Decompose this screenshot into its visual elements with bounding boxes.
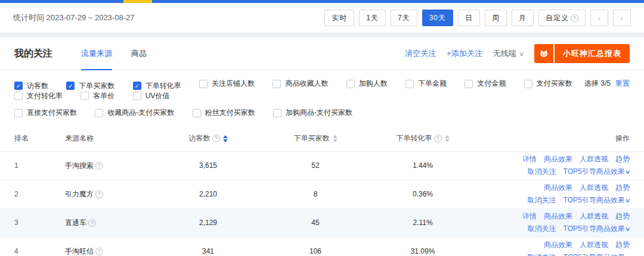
audience-insight-link[interactable]: 人群透视 <box>580 212 608 220</box>
reset-link[interactable]: 重置 <box>615 79 630 88</box>
unfollow-link[interactable]: 取消关注 <box>528 253 556 256</box>
metric-checkbox-pay-buyers[interactable]: 支付买家数 <box>524 79 572 89</box>
checkbox-icon <box>193 109 201 117</box>
audience-insight-link[interactable]: 人群透视 <box>580 241 608 249</box>
period-custom-button[interactable]: 自定义? <box>538 10 586 26</box>
period-custom-label: 自定义 <box>546 13 569 23</box>
chevron-down-icon: ∨ <box>624 194 630 207</box>
buyers-cell: 52 <box>262 161 369 170</box>
summary-report-button[interactable]: 小旺神汇总报表 <box>534 44 630 63</box>
product-effect-link[interactable]: 商品效果 <box>544 155 572 163</box>
metric-checkbox-fans-pay-buyers[interactable]: 粉丝支付买家数 <box>193 108 255 118</box>
top5-product-effect-link[interactable]: TOP5引导商品效果∨ <box>564 224 630 233</box>
unfollow-link[interactable]: 取消关注 <box>528 167 556 176</box>
metric-checkbox-visitors[interactable]: ✓访客数 <box>14 81 48 91</box>
metric-checkbox-order-buyers[interactable]: ✓下单买家数 <box>66 81 114 91</box>
help-icon: ? <box>95 248 103 255</box>
audience-insight-link[interactable]: 人群透视 <box>580 183 608 192</box>
metric-checkbox-collect-pay-buyers[interactable]: 收藏商品-支付买家数 <box>95 108 174 118</box>
period-7day-button[interactable]: 7天 <box>391 10 417 26</box>
stat-time-label: 统计时间 2023-07-29 ~ 2023-08-27 <box>13 13 134 23</box>
help-icon: ? <box>212 135 220 142</box>
clear-focus-link[interactable]: 清空关注 <box>405 48 436 59</box>
conversion-cell: 0.36% <box>369 190 476 198</box>
visitors-cell: 2,129 <box>154 218 262 227</box>
top5-product-effect-link[interactable]: TOP5引导商品效果∨ <box>564 253 630 256</box>
source-cell: 直通车? <box>65 218 154 228</box>
sort-icon-conversion[interactable] <box>445 135 450 142</box>
conversion-cell: 1.44% <box>369 161 476 170</box>
metric-checkbox-order-conversion[interactable]: ✓下单转化率 <box>133 81 181 91</box>
actions-cell: 详情商品效果人群透视趋势 取消关注TOP5引导商品效果∨ <box>476 153 630 178</box>
mascot-cat-icon <box>534 44 553 63</box>
tab-products[interactable]: 商品 <box>131 38 147 70</box>
next-period-button[interactable]: › <box>613 10 631 26</box>
checkbox-icon <box>80 92 89 100</box>
detail-link[interactable]: 详情 <box>522 212 537 220</box>
trend-link[interactable]: 趋势 <box>615 155 630 163</box>
sort-icon-buyers[interactable] <box>333 135 338 142</box>
terminal-label: 无线端 <box>493 48 516 59</box>
checkbox-icon <box>95 109 103 117</box>
unfollow-link[interactable]: 取消关注 <box>528 224 556 233</box>
sort-icon-visitors[interactable] <box>223 135 228 142</box>
audience-insight-link[interactable]: 人群透视 <box>580 155 608 163</box>
tab-traffic-source[interactable]: 流量来源 <box>81 38 112 70</box>
actions-cell: 详情商品效果人群透视趋势 取消关注TOP5引导商品效果∨ <box>476 210 630 235</box>
my-focus-card: 我的关注 流量来源 商品 清空关注 +添加关注 无线端∨ 小旺神汇总报表 ✓访客… <box>0 38 644 256</box>
metric-checkbox-uv-value[interactable]: UV价值 <box>133 91 170 101</box>
period-month-button[interactable]: 月 <box>512 10 534 26</box>
top5-product-effect-link[interactable]: TOP5引导商品效果∨ <box>564 167 630 176</box>
metric-checkbox-pay-amount[interactable]: 支付金额 <box>465 79 506 89</box>
table-header-row: 排名 来源名称 访客数? 下单买家数 下单转化率? 操作 <box>0 126 644 151</box>
checkbox-icon <box>346 80 355 88</box>
metric-checkbox-row-1: ✓访客数 ✓下单买家数 ✓下单转化率 关注店铺人数 商品收藏人数 加购人数 下单… <box>0 70 644 102</box>
metric-checkbox-shop-followers[interactable]: 关注店铺人数 <box>199 79 255 89</box>
chevron-down-icon: ∨ <box>624 223 630 235</box>
metric-checkbox-direct-pay-buyers[interactable]: 直接支付买家数 <box>14 108 77 118</box>
checkbox-icon <box>273 80 281 88</box>
period-realtime-button[interactable]: 实时 <box>324 10 354 26</box>
product-effect-link[interactable]: 商品效果 <box>544 241 572 249</box>
period-1day-button[interactable]: 1天 <box>359 10 386 26</box>
product-effect-link[interactable]: 商品效果 <box>544 183 572 192</box>
trend-link[interactable]: 趋势 <box>615 183 630 192</box>
checkbox-icon <box>14 109 23 117</box>
col-header-buyers[interactable]: 下单买家数 <box>262 133 369 143</box>
period-week-button[interactable]: 周 <box>485 10 507 26</box>
terminal-dropdown[interactable]: 无线端∨ <box>493 48 524 59</box>
top5-product-effect-link[interactable]: TOP5引导商品效果∨ <box>564 196 630 204</box>
detail-link[interactable]: 详情 <box>522 155 537 163</box>
metric-checkbox-order-amount[interactable]: 下单金额 <box>405 79 447 89</box>
metric-checkbox-item-collectors[interactable]: 商品收藏人数 <box>273 79 328 89</box>
period-30day-button[interactable]: 30天 <box>422 10 453 26</box>
checkbox-icon <box>405 80 414 88</box>
col-header-conversion[interactable]: 下单转化率? <box>369 133 476 143</box>
metric-checkbox-cart-adders[interactable]: 加购人数 <box>346 79 388 89</box>
checkbox-checked-icon: ✓ <box>66 82 75 90</box>
metric-checkbox-avg-order-value[interactable]: 客单价 <box>80 91 114 101</box>
top-progress-strip <box>0 0 644 3</box>
checkbox-icon <box>133 92 141 100</box>
selection-counter: 选择 3/5重置 <box>584 79 630 89</box>
help-icon: ? <box>95 191 103 198</box>
time-toolbar: 统计时间 2023-07-29 ~ 2023-08-27 实时 1天 7天 30… <box>0 3 644 33</box>
metric-checkbox-pay-conversion[interactable]: 支付转化率 <box>14 91 63 101</box>
table-row: 3 直通车? 2,129 45 2.11% 详情商品效果人群透视趋势 取消关注T… <box>0 208 644 237</box>
checkbox-checked-icon: ✓ <box>133 82 141 90</box>
actions-cell: 商品效果人群透视趋势 取消关注TOP5引导商品效果∨ <box>476 239 630 256</box>
unfollow-link[interactable]: 取消关注 <box>528 196 556 204</box>
prev-period-button[interactable]: ‹ <box>590 10 608 26</box>
metric-checkbox-cart-pay-buyers[interactable]: 加购商品-支付买家数 <box>273 108 352 118</box>
add-focus-link[interactable]: +添加关注 <box>447 48 482 59</box>
trend-link[interactable]: 趋势 <box>615 212 630 220</box>
col-header-visitors[interactable]: 访客数? <box>154 133 262 143</box>
table-row: 4 手淘旺信? 341 106 31.09% 商品效果人群透视趋势 取消关注TO… <box>0 237 644 256</box>
period-day-button[interactable]: 日 <box>458 10 480 26</box>
checkbox-checked-icon: ✓ <box>14 82 23 90</box>
page-title: 我的关注 <box>14 48 52 60</box>
header-actions: 清空关注 +添加关注 无线端∨ 小旺神汇总报表 <box>394 44 630 63</box>
source-cell: 引力魔方? <box>65 189 154 199</box>
product-effect-link[interactable]: 商品效果 <box>544 212 572 220</box>
trend-link[interactable]: 趋势 <box>615 241 630 249</box>
